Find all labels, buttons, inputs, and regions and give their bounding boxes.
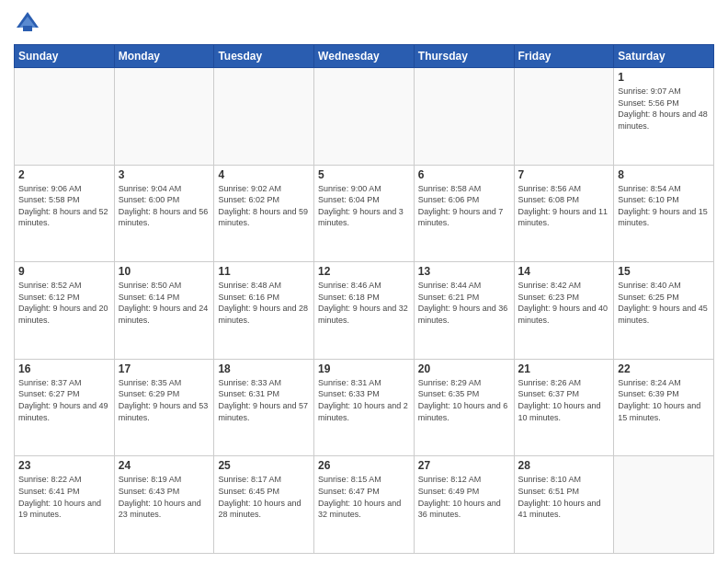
calendar-cell [114,68,214,166]
day-info: Sunrise: 9:00 AM Sunset: 6:04 PM Dayligh… [318,183,410,229]
calendar-cell: 18Sunrise: 8:33 AM Sunset: 6:31 PM Dayli… [214,359,314,456]
calendar-week-row: 2Sunrise: 9:06 AM Sunset: 5:58 PM Daylig… [15,165,714,262]
day-number: 6 [418,168,510,181]
calendar-cell: 9Sunrise: 8:52 AM Sunset: 6:12 PM Daylig… [15,262,115,360]
day-info: Sunrise: 8:10 AM Sunset: 6:51 PM Dayligh… [518,474,610,520]
calendar-cell: 13Sunrise: 8:44 AM Sunset: 6:21 PM Dayli… [414,262,514,360]
logo-icon [14,9,41,37]
day-number: 4 [218,168,310,181]
day-info: Sunrise: 9:07 AM Sunset: 5:56 PM Dayligh… [618,86,710,132]
day-number: 17 [119,362,210,375]
calendar-cell [514,68,614,166]
day-info: Sunrise: 8:22 AM Sunset: 6:41 PM Dayligh… [18,474,110,520]
day-number: 25 [218,459,310,472]
day-info: Sunrise: 8:46 AM Sunset: 6:18 PM Dayligh… [318,280,410,326]
calendar-header-row: SundayMondayTuesdayWednesdayThursdayFrid… [15,45,714,68]
day-info: Sunrise: 9:02 AM Sunset: 6:02 PM Dayligh… [218,183,310,229]
day-number: 15 [618,265,710,278]
calendar-cell [15,68,115,166]
day-info: Sunrise: 8:15 AM Sunset: 6:47 PM Dayligh… [318,474,410,520]
calendar-day-header: Wednesday [314,45,415,68]
calendar-cell: 1Sunrise: 9:07 AM Sunset: 5:56 PM Daylig… [614,68,714,166]
day-number: 8 [618,168,710,181]
page: SundayMondayTuesdayWednesdayThursdayFrid… [0,0,728,563]
calendar-cell: 21Sunrise: 8:26 AM Sunset: 6:37 PM Dayli… [514,359,614,456]
day-info: Sunrise: 8:56 AM Sunset: 6:08 PM Dayligh… [518,183,610,229]
day-number: 13 [418,265,510,278]
day-number: 21 [518,362,610,375]
day-number: 22 [618,362,710,375]
calendar-cell: 22Sunrise: 8:24 AM Sunset: 6:39 PM Dayli… [614,359,714,456]
day-number: 26 [318,459,410,472]
day-number: 7 [518,168,610,181]
calendar-cell: 2Sunrise: 9:06 AM Sunset: 5:58 PM Daylig… [15,165,115,262]
calendar-cell: 27Sunrise: 8:12 AM Sunset: 6:49 PM Dayli… [414,456,514,554]
day-info: Sunrise: 8:37 AM Sunset: 6:27 PM Dayligh… [18,377,110,423]
calendar-day-header: Sunday [15,45,115,68]
calendar-day-header: Tuesday [214,45,314,68]
calendar-cell [214,68,314,166]
calendar-cell: 16Sunrise: 8:37 AM Sunset: 6:27 PM Dayli… [15,359,115,456]
calendar-cell: 10Sunrise: 8:50 AM Sunset: 6:14 PM Dayli… [114,262,214,360]
day-number: 12 [318,265,410,278]
day-number: 18 [218,362,310,375]
day-number: 10 [119,265,210,278]
day-info: Sunrise: 8:31 AM Sunset: 6:33 PM Dayligh… [318,377,410,423]
calendar-day-header: Thursday [414,45,514,68]
day-info: Sunrise: 8:33 AM Sunset: 6:31 PM Dayligh… [218,377,310,423]
day-number: 16 [18,362,110,375]
calendar-cell: 17Sunrise: 8:35 AM Sunset: 6:29 PM Dayli… [114,359,214,456]
calendar-week-row: 23Sunrise: 8:22 AM Sunset: 6:41 PM Dayli… [15,456,714,554]
calendar-cell: 24Sunrise: 8:19 AM Sunset: 6:43 PM Dayli… [114,456,214,554]
day-info: Sunrise: 8:44 AM Sunset: 6:21 PM Dayligh… [418,280,510,326]
day-info: Sunrise: 8:48 AM Sunset: 6:16 PM Dayligh… [218,280,310,326]
calendar-cell: 14Sunrise: 8:42 AM Sunset: 6:23 PM Dayli… [514,262,614,360]
day-info: Sunrise: 8:12 AM Sunset: 6:49 PM Dayligh… [418,474,510,520]
day-number: 5 [318,168,410,181]
day-number: 28 [518,459,610,472]
day-info: Sunrise: 8:50 AM Sunset: 6:14 PM Dayligh… [119,280,210,326]
calendar-cell: 11Sunrise: 8:48 AM Sunset: 6:16 PM Dayli… [214,262,314,360]
calendar-week-row: 1Sunrise: 9:07 AM Sunset: 5:56 PM Daylig… [15,68,714,166]
day-info: Sunrise: 8:17 AM Sunset: 6:45 PM Dayligh… [218,474,310,520]
day-info: Sunrise: 8:52 AM Sunset: 6:12 PM Dayligh… [18,280,110,326]
calendar-day-header: Monday [114,45,214,68]
day-number: 20 [418,362,510,375]
day-number: 9 [18,265,110,278]
header [14,9,714,37]
day-number: 23 [18,459,110,472]
day-info: Sunrise: 8:42 AM Sunset: 6:23 PM Dayligh… [518,280,610,326]
calendar-cell [614,456,714,554]
day-number: 2 [18,168,110,181]
day-info: Sunrise: 8:54 AM Sunset: 6:10 PM Dayligh… [618,183,710,229]
calendar-cell [414,68,514,166]
day-number: 1 [618,71,710,84]
calendar-week-row: 9Sunrise: 8:52 AM Sunset: 6:12 PM Daylig… [15,262,714,360]
calendar-cell: 5Sunrise: 9:00 AM Sunset: 6:04 PM Daylig… [314,165,415,262]
calendar-cell: 6Sunrise: 8:58 AM Sunset: 6:06 PM Daylig… [414,165,514,262]
calendar-cell: 25Sunrise: 8:17 AM Sunset: 6:45 PM Dayli… [214,456,314,554]
calendar-day-header: Friday [514,45,614,68]
calendar-day-header: Saturday [614,45,714,68]
day-info: Sunrise: 8:58 AM Sunset: 6:06 PM Dayligh… [418,183,510,229]
day-info: Sunrise: 8:24 AM Sunset: 6:39 PM Dayligh… [618,377,710,423]
calendar-cell: 12Sunrise: 8:46 AM Sunset: 6:18 PM Dayli… [314,262,415,360]
day-number: 3 [119,168,210,181]
day-info: Sunrise: 9:04 AM Sunset: 6:00 PM Dayligh… [119,183,210,229]
day-number: 14 [518,265,610,278]
day-info: Sunrise: 8:40 AM Sunset: 6:25 PM Dayligh… [618,280,710,326]
calendar-week-row: 16Sunrise: 8:37 AM Sunset: 6:27 PM Dayli… [15,359,714,456]
calendar-cell: 4Sunrise: 9:02 AM Sunset: 6:02 PM Daylig… [214,165,314,262]
calendar-cell: 26Sunrise: 8:15 AM Sunset: 6:47 PM Dayli… [314,456,415,554]
day-number: 11 [218,265,310,278]
day-info: Sunrise: 8:35 AM Sunset: 6:29 PM Dayligh… [119,377,210,423]
day-number: 27 [418,459,510,472]
day-info: Sunrise: 8:19 AM Sunset: 6:43 PM Dayligh… [119,474,210,520]
calendar-cell: 19Sunrise: 8:31 AM Sunset: 6:33 PM Dayli… [314,359,415,456]
calendar-cell: 15Sunrise: 8:40 AM Sunset: 6:25 PM Dayli… [614,262,714,360]
day-number: 24 [119,459,210,472]
calendar-cell: 8Sunrise: 8:54 AM Sunset: 6:10 PM Daylig… [614,165,714,262]
svg-rect-2 [23,26,32,31]
calendar-cell: 28Sunrise: 8:10 AM Sunset: 6:51 PM Dayli… [514,456,614,554]
calendar-cell: 23Sunrise: 8:22 AM Sunset: 6:41 PM Dayli… [15,456,115,554]
